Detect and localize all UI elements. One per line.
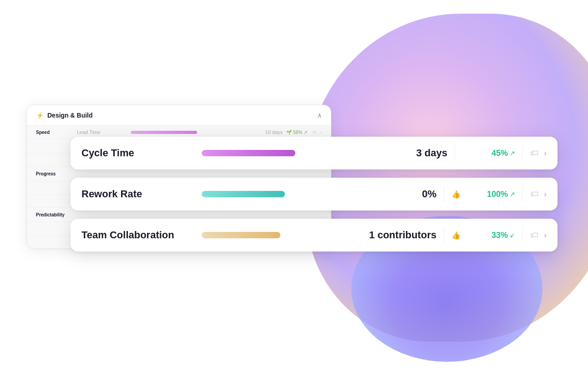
team-collab-pct: 33% <box>462 231 508 240</box>
rework-rate-label: Rework Rate <box>81 188 191 200</box>
clock-icon: ⟳ <box>313 130 316 135</box>
team-collab-trend: 👍 33% ↙ <box>451 231 515 240</box>
lead-time-bar-fill <box>131 131 197 134</box>
cycle-time-arrow: ↗ <box>510 149 515 157</box>
rework-rate-value: 0% <box>364 188 436 200</box>
divider3 <box>444 186 444 202</box>
nav-arrow3[interactable]: › <box>544 231 547 240</box>
team-collab-arrow: ↙ <box>510 231 515 239</box>
cycle-time-label: Cycle Time <box>81 147 191 159</box>
rework-rate-arrow: ↗ <box>510 190 515 198</box>
row-nav-arrow[interactable]: › <box>320 129 322 135</box>
nav-arrow2[interactable]: › <box>544 190 547 199</box>
card-header: ⚡ Design & Build ∧ <box>27 105 331 126</box>
progress-label: Progress <box>36 171 77 176</box>
cycle-time-value: 3 days <box>375 147 447 159</box>
team-collab-bar-fill <box>202 232 280 238</box>
nav-arrow[interactable]: › <box>544 149 547 158</box>
lead-time-pct: 56% <box>293 130 302 135</box>
rework-rate-card: Rework Rate 0% 👍 100% ↗ 🏷 › <box>71 178 558 211</box>
divider6 <box>522 227 523 243</box>
team-collab-value: 1 contributors <box>364 229 436 241</box>
cycle-time-bar <box>202 150 364 156</box>
cycle-time-pct: 45% <box>462 149 508 158</box>
tag-icon: 🏷 <box>530 149 538 158</box>
card-header-left: ⚡ Design & Build <box>36 112 93 119</box>
card-title: Design & Build <box>47 112 93 119</box>
rework-rate-trend: 👍 100% ↗ <box>451 190 515 199</box>
divider <box>455 145 455 161</box>
cycle-time-card: Cycle Time 3 days 45% ↗ 🏷 › <box>71 137 558 169</box>
lead-time-bar <box>131 131 252 134</box>
lead-time-name: Lead Time <box>77 129 127 135</box>
thumbsup-icon2: 👍 <box>451 231 461 240</box>
flash-icon: ⚡ <box>36 112 44 119</box>
tag-icon3: 🏷 <box>530 231 538 240</box>
team-collab-bar <box>202 232 353 238</box>
lead-time-arrow: ↗ <box>304 130 307 135</box>
divider5 <box>444 227 444 243</box>
lead-time-trend: 🌱 56% ↗ <box>286 130 309 135</box>
divider4 <box>522 186 523 202</box>
speed-label: Speed <box>36 130 77 135</box>
chevron-up-icon[interactable]: ∧ <box>317 112 322 119</box>
cycle-time-trend: 45% ↗ <box>462 149 515 158</box>
cycle-time-bar-fill <box>202 150 295 156</box>
tag-icon2: 🏷 <box>530 190 538 199</box>
leaf-icon: 🌱 <box>286 130 292 135</box>
divider2 <box>522 145 523 161</box>
lead-time-value: 10 days <box>255 129 283 135</box>
rework-rate-pct: 100% <box>462 190 508 199</box>
lead-time-content: Lead Time 10 days 🌱 56% ↗ ⟳ › <box>77 129 322 135</box>
rework-rate-bar <box>202 191 353 197</box>
thumbsup-icon: 👍 <box>451 190 461 199</box>
team-collab-label: Team Collaboration <box>81 229 191 241</box>
rework-rate-bar-fill <box>202 191 285 197</box>
team-collab-card: Team Collaboration 1 contributors 👍 33% … <box>71 219 558 252</box>
predictability-label: Predictability <box>36 212 77 217</box>
